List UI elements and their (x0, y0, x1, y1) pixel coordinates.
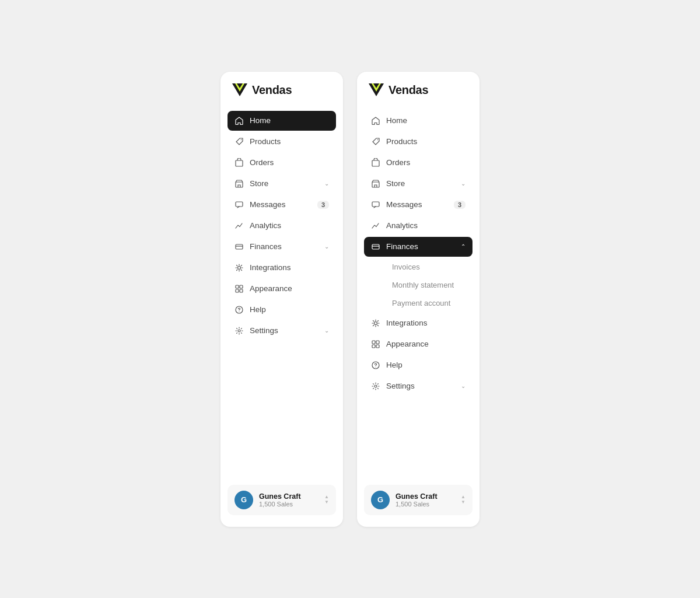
settings-icon-left (235, 326, 244, 335)
integrations-label-right: Integrations (386, 319, 466, 327)
user-name-left: Gunes Craft (259, 492, 318, 501)
sidebar-item-settings-left[interactable]: Settings ⌄ (228, 321, 336, 341)
sidebar-item-finances-right[interactable]: Finances ⌃ (364, 237, 473, 257)
analytics-label-right: Analytics (386, 221, 466, 230)
user-sub-left: 1,500 Sales (259, 501, 318, 508)
svg-point-19 (377, 139, 379, 140)
sidebar-item-products-right[interactable]: Products (364, 132, 473, 152)
tag-icon-left (235, 137, 244, 146)
sidebar-item-appearance-right[interactable]: Appearance (364, 334, 473, 354)
appearance-label-left: Appearance (250, 284, 329, 293)
chevron-down-icon-left: ▼ (324, 500, 329, 505)
messages-label-left: Messages (250, 200, 312, 209)
home-icon-left (235, 116, 244, 125)
orders-label-right: Orders (386, 158, 466, 167)
submenu-invoices[interactable]: Invoices (385, 258, 473, 276)
store-label-left: Store (250, 179, 318, 188)
user-info-left: Gunes Craft 1,500 Sales (259, 492, 318, 508)
settings-icon-right (371, 382, 380, 391)
integrations-icon-right (371, 319, 380, 328)
svg-rect-20 (372, 160, 379, 166)
submenu-payment-account[interactable]: Payment account (385, 294, 473, 312)
sidebar-item-settings-right[interactable]: Settings ⌄ (364, 376, 473, 396)
sidebar-item-store-right[interactable]: Store ⌄ (364, 174, 473, 194)
vendas-logo-left (232, 83, 247, 96)
sidebar-item-store-left[interactable]: Store ⌄ (228, 174, 336, 194)
logo-area-left: Vendas (228, 83, 336, 97)
analytics-label-left: Analytics (250, 221, 329, 230)
sidebar-item-appearance-left[interactable]: Appearance (228, 279, 336, 299)
user-sub-right: 1,500 Sales (396, 501, 455, 508)
svg-rect-26 (376, 341, 379, 344)
sidebar-item-analytics-right[interactable]: Analytics (364, 216, 473, 236)
svg-rect-4 (236, 160, 243, 166)
svg-point-3 (241, 139, 242, 140)
svg-rect-22 (372, 202, 379, 207)
sidebar-item-finances-left[interactable]: Finances ⌄ (228, 237, 336, 257)
user-info-right: Gunes Craft 1,500 Sales (396, 492, 455, 508)
nav-left: Home Products (228, 111, 336, 475)
sidebar-item-integrations-left[interactable]: Integrations (228, 258, 336, 278)
user-chevron-right: ▲ ▼ (461, 495, 466, 505)
user-footer-left[interactable]: G Gunes Craft 1,500 Sales ▲ ▼ (228, 485, 336, 515)
package-icon-right (371, 158, 380, 167)
sidebar-item-products-left[interactable]: Products (228, 132, 336, 152)
logo-text-right: Vendas (388, 83, 428, 97)
user-avatar-right: G (371, 491, 390, 509)
svg-rect-12 (240, 289, 243, 292)
submenu-monthly-statement[interactable]: Monthly statement (385, 276, 473, 294)
store-icon-right (371, 179, 380, 188)
user-chevron-left: ▲ ▼ (324, 495, 329, 505)
finances-submenu-right: Invoices Monthly statement Payment accou… (364, 258, 473, 312)
sidebar-item-orders-right[interactable]: Orders (364, 153, 473, 173)
analytics-icon-right (371, 221, 380, 230)
integrations-icon-left (235, 263, 244, 272)
logo-text-left: Vendas (252, 83, 292, 97)
card-icon-left (235, 242, 244, 251)
messages-label-right: Messages (386, 200, 448, 209)
svg-rect-11 (236, 289, 239, 292)
card-icon-right (371, 242, 380, 251)
appearance-icon-right (371, 340, 380, 349)
settings-label-right: Settings (386, 382, 455, 390)
products-label-left: Products (250, 137, 329, 146)
sidebar-item-help-left[interactable]: Help (228, 300, 336, 320)
message-icon-left (235, 200, 244, 209)
messages-badge-left: 3 (317, 201, 329, 209)
settings-chevron-left: ⌄ (324, 327, 329, 334)
vendas-logo-right (369, 83, 384, 96)
home-icon-right (371, 116, 380, 125)
help-label-right: Help (386, 361, 466, 369)
sidebar-item-analytics-left[interactable]: Analytics (228, 216, 336, 236)
sidebar-right: Vendas Home Produ (357, 72, 480, 527)
sidebar-item-integrations-right[interactable]: Integrations (364, 313, 473, 333)
sidebar-item-home-right[interactable]: Home (364, 111, 473, 131)
svg-rect-25 (372, 341, 375, 344)
sidebar-item-help-right[interactable]: Help (364, 355, 473, 375)
svg-rect-9 (236, 285, 239, 288)
svg-rect-7 (236, 244, 243, 249)
settings-chevron-right: ⌄ (461, 383, 466, 389)
sidebar-item-home-left[interactable]: Home (228, 111, 336, 131)
svg-point-30 (375, 366, 376, 367)
help-icon-left (235, 305, 244, 314)
orders-label-left: Orders (250, 158, 329, 167)
store-label-right: Store (386, 179, 455, 188)
sidebar-item-messages-right[interactable]: Messages 3 (364, 195, 473, 215)
svg-point-14 (239, 311, 239, 312)
user-footer-right[interactable]: G Gunes Craft 1,500 Sales ▲ ▼ (364, 485, 473, 515)
svg-rect-6 (236, 202, 243, 207)
svg-point-8 (238, 266, 241, 269)
home-label-right: Home (386, 116, 466, 125)
chevron-down-icon-right: ▼ (461, 500, 466, 505)
sidebar-item-messages-left[interactable]: Messages 3 (228, 195, 336, 215)
message-icon-right (371, 200, 380, 209)
sidebar-item-orders-left[interactable]: Orders (228, 153, 336, 173)
tag-icon-right (371, 137, 380, 146)
svg-point-24 (374, 321, 377, 324)
user-avatar-left: G (235, 491, 253, 509)
settings-label-left: Settings (250, 326, 318, 335)
store-chevron-right: ⌄ (461, 180, 466, 187)
integrations-label-left: Integrations (250, 263, 329, 272)
help-label-left: Help (250, 305, 329, 314)
